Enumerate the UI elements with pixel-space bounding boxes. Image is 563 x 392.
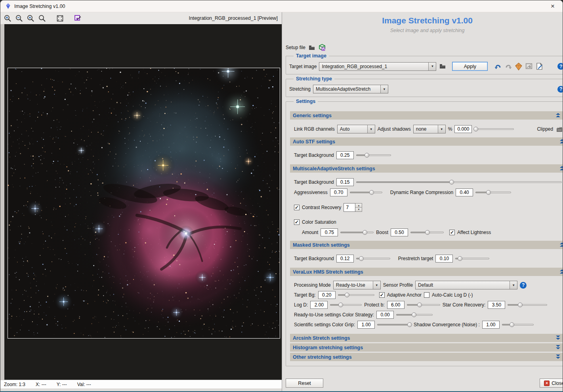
mas-header[interactable]: MultiscaleAdaptiveStretch settings — [290, 164, 563, 173]
status-zoom: Zoom: 1:3 — [4, 382, 25, 387]
masked-stretch-header[interactable]: Masked Stretch settings — [290, 241, 563, 249]
stretching-type-select[interactable]: MultiscaleAdaptiveStretch ▼ — [313, 85, 388, 93]
undo-icon[interactable] — [494, 63, 502, 70]
color-grip-slider[interactable] — [377, 322, 411, 327]
color-grip-input[interactable] — [357, 321, 375, 329]
contrast-recovery-input[interactable] — [344, 203, 355, 212]
reset-button[interactable]: Reset — [286, 379, 323, 388]
protect-b-input[interactable] — [387, 301, 405, 309]
collapse-down-icon[interactable] — [555, 354, 561, 360]
amount-slider[interactable] — [340, 230, 374, 235]
mas-title: MultiscaleAdaptiveStretch settings — [293, 166, 375, 171]
processing-mode-select[interactable]: Ready-to-Use ▼ — [333, 281, 381, 289]
window-close-button[interactable]: × — [548, 2, 558, 10]
veralux-target-bg-slider[interactable] — [338, 292, 374, 298]
collapse-down-icon[interactable] — [555, 335, 561, 341]
prestretch-input[interactable] — [435, 255, 453, 263]
percent-label: % — [448, 126, 452, 132]
other-header[interactable]: Other stretching settings — [290, 353, 563, 361]
close-button[interactable]: × Close — [540, 379, 563, 388]
browse-image-folder-icon[interactable] — [439, 63, 447, 70]
stretching-type-help-icon[interactable]: ? — [557, 86, 563, 93]
zoom-1to1-icon[interactable] — [27, 14, 34, 22]
collapse-up-icon[interactable] — [559, 269, 563, 274]
adjust-shadows-select[interactable]: none ▼ — [413, 125, 446, 133]
new-preview-edit-icon[interactable] — [74, 14, 82, 22]
apply-button[interactable]: Apply — [452, 62, 488, 71]
log-d-input[interactable] — [310, 301, 328, 309]
aggressiveness-label: Aggressiveness — [294, 190, 328, 195]
shadow-conv-label: Shadow Convergence (Noise) : — [414, 322, 480, 327]
veralux-help-icon[interactable]: ? — [520, 282, 527, 289]
close-x-icon: × — [544, 381, 550, 386]
mas-target-bg-input[interactable] — [336, 178, 354, 186]
collapse-up-icon[interactable] — [559, 139, 563, 144]
collapse-up-icon[interactable] — [559, 166, 563, 171]
shadows-percent-input[interactable] — [454, 125, 472, 133]
controls-panel: Image Stretching v1.00 Select image and … — [282, 12, 563, 391]
redo-icon[interactable] — [504, 63, 512, 70]
contrast-recovery-stepper[interactable]: ▲ ▼ — [344, 203, 362, 212]
color-saturation-checkbox[interactable]: ✓ — [294, 219, 300, 225]
link-rgb-select[interactable]: Auto ▼ — [337, 125, 375, 133]
autocalc-logd-checkbox[interactable] — [424, 292, 429, 298]
shadow-conv-slider[interactable] — [502, 322, 534, 327]
color-strategy-slider[interactable] — [396, 312, 433, 318]
setup-file-open-folder-icon[interactable] — [308, 44, 316, 51]
stf-target-bg-input[interactable] — [336, 151, 354, 159]
star-core-input[interactable] — [488, 301, 505, 309]
contrast-recovery-checkbox[interactable]: ✓ — [294, 205, 300, 210]
color-strategy-input[interactable] — [376, 311, 394, 319]
log-d-slider[interactable] — [330, 302, 362, 308]
generic-settings-header[interactable]: Generic settings — [290, 111, 563, 120]
preview-canvas-area[interactable] — [0, 24, 282, 380]
stf-target-bg-slider[interactable] — [356, 152, 391, 158]
title-bar: Image Stretching v1.00 × — [0, 0, 563, 12]
status-val: Val: --- — [77, 382, 91, 387]
star-core-slider[interactable] — [508, 302, 547, 308]
auto-stf-header[interactable]: Auto STF settings — [290, 137, 563, 146]
target-image-group: Target image Target image Integration_RG… — [286, 56, 563, 74]
drc-slider[interactable] — [475, 190, 511, 195]
masked-target-bg-input[interactable] — [336, 255, 354, 263]
shadows-percent-slider[interactable] — [474, 126, 514, 132]
zoom-in-icon[interactable] — [4, 14, 11, 22]
edit-script-icon[interactable] — [535, 63, 543, 70]
boost-slider[interactable] — [410, 230, 444, 235]
zoom-fit-icon[interactable] — [38, 14, 46, 22]
veralux-header[interactable]: VeraLux HMS Stretch settings — [290, 268, 563, 276]
clipped-preview-icon[interactable] — [555, 125, 563, 133]
boost-input[interactable] — [391, 228, 408, 236]
new-instance-diamond-icon[interactable] — [515, 63, 523, 70]
arcsinh-header[interactable]: Arcsinh Stretch settings — [290, 334, 563, 342]
shadow-conv-input[interactable] — [482, 321, 500, 329]
histogram-header[interactable]: Histogram stretching settings — [290, 343, 563, 352]
spin-up-icon[interactable]: ▲ — [355, 204, 362, 208]
mas-target-bg-slider[interactable] — [356, 179, 562, 185]
generic-settings-title: Generic settings — [293, 113, 332, 118]
prestretch-slider[interactable] — [455, 256, 489, 261]
fit-view-icon[interactable] — [56, 14, 64, 22]
masked-target-bg-slider[interactable] — [356, 256, 390, 261]
zoom-out-icon[interactable] — [15, 14, 23, 22]
nebula-image[interactable] — [8, 68, 280, 339]
adjust-shadows-value: none — [416, 126, 438, 132]
sensor-profile-select[interactable]: Default ▼ — [415, 281, 517, 289]
autocalc-logd-label: Auto-Calc Log D (-) — [432, 292, 473, 298]
target-image-help-icon[interactable]: ? — [557, 63, 563, 70]
setup-file-save-package-icon[interactable] — [318, 44, 326, 51]
amount-input[interactable] — [321, 228, 338, 236]
adaptive-anchor-checkbox[interactable]: ✓ — [379, 292, 385, 298]
collapse-up-icon[interactable] — [559, 242, 563, 247]
affect-lightness-checkbox[interactable]: ✓ — [449, 230, 455, 235]
protect-b-slider[interactable] — [407, 302, 440, 308]
aggressiveness-slider[interactable] — [350, 190, 382, 195]
aggressiveness-input[interactable] — [330, 188, 347, 196]
canvas-background — [4, 24, 282, 380]
collapse-up-icon[interactable] — [555, 113, 561, 118]
target-image-select[interactable]: Integration_RGB_processed_1 ▼ — [319, 62, 436, 71]
collapse-down-icon[interactable] — [555, 345, 561, 350]
veralux-target-bg-input[interactable] — [318, 291, 336, 299]
drc-input[interactable] — [456, 188, 473, 196]
spin-down-icon[interactable]: ▼ — [355, 208, 362, 212]
